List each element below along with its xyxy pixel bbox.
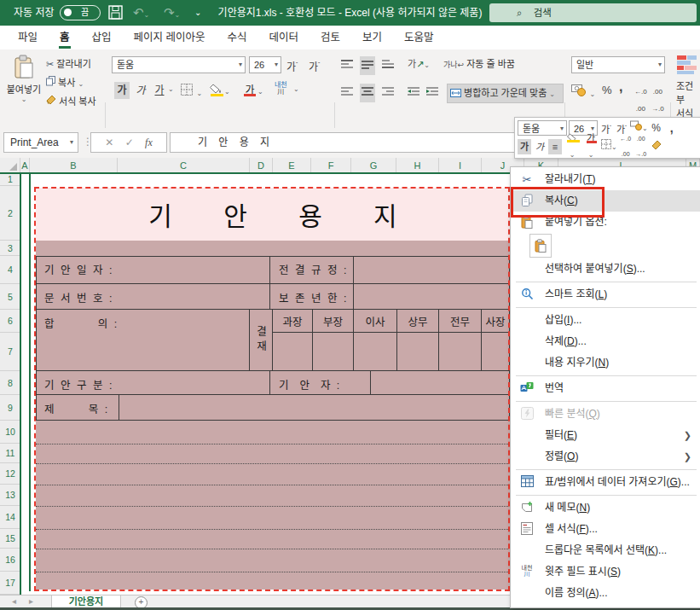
cell-sign-president[interactable] bbox=[482, 333, 510, 371]
cell-drafter-label[interactable]: 기 안 자 : bbox=[270, 371, 371, 395]
mini-comma-button[interactable]: , bbox=[665, 120, 679, 136]
undo-icon[interactable]: ↶⌄ bbox=[133, 0, 149, 28]
ribbon-tab-페이지 레이아웃[interactable]: 페이지 레이아웃 bbox=[123, 26, 217, 49]
context-menu-item-paste-option-keep-source-formatting[interactable] bbox=[511, 233, 700, 259]
decrease-indent-button[interactable] bbox=[408, 85, 419, 101]
column-header-G[interactable]: G bbox=[351, 158, 396, 173]
row-header-4[interactable]: 4 bbox=[0, 256, 20, 284]
cell-agreement-label[interactable]: 합 의 : bbox=[36, 310, 250, 371]
increase-font-size-button[interactable]: 가ˆ bbox=[286, 56, 298, 76]
column-header-H[interactable]: H bbox=[396, 158, 439, 173]
context-menu-item-smart-lookup[interactable]: 스마트 조회(L) bbox=[511, 284, 700, 305]
form-title-cell[interactable]: 기 안 용 지 bbox=[36, 188, 510, 241]
row-header-13[interactable]: 13 bbox=[0, 485, 20, 506]
context-menu-item-copy[interactable]: 복사(C) bbox=[511, 190, 700, 212]
cell-subject-value[interactable] bbox=[119, 395, 510, 421]
column-header-B[interactable]: B bbox=[30, 158, 118, 173]
accounting-format-button[interactable]: ⌄ bbox=[571, 84, 595, 100]
row-header-3[interactable]: 3 bbox=[0, 241, 20, 256]
context-menu-item-pick-from-dropdown-list[interactable]: 드롭다운 목록에서 선택(K)... bbox=[511, 540, 700, 561]
copy-button[interactable]: 복사 ⌄ bbox=[46, 75, 84, 89]
underline-caret-icon[interactable]: ⌄ bbox=[168, 85, 174, 93]
ribbon-tab-홈[interactable]: 홈 bbox=[49, 26, 81, 49]
increase-indent-button[interactable] bbox=[426, 85, 438, 101]
row-header-8[interactable]: 8 bbox=[0, 371, 20, 395]
context-menu-item-format-cells[interactable]: 셀 서식(F)... bbox=[511, 519, 700, 540]
align-right-button[interactable] bbox=[382, 85, 394, 101]
decrease-font-size-button[interactable]: 가ˇ bbox=[309, 56, 320, 76]
borders-button[interactable]: ⌄ bbox=[181, 84, 202, 99]
cell-sign-executive-director[interactable] bbox=[439, 333, 482, 371]
row-header-15[interactable]: 15 bbox=[0, 529, 20, 549]
italic-button[interactable]: 가 bbox=[133, 82, 148, 99]
font-name-combo[interactable]: 돋움▾ bbox=[112, 56, 246, 73]
ribbon-tab-도움말[interactable]: 도움말 bbox=[393, 26, 445, 49]
mini-italic-button[interactable]: 가 bbox=[533, 139, 547, 154]
row-header-17[interactable]: 17 bbox=[0, 572, 20, 595]
ribbon-tab-파일[interactable]: 파일 bbox=[7, 26, 49, 49]
cancel-entry-icon[interactable]: ✕ bbox=[105, 137, 113, 148]
redo-icon[interactable]: ↷⌄ bbox=[164, 0, 180, 28]
context-menu-item-sort[interactable]: 정렬(O)❯ bbox=[511, 446, 700, 468]
merge-center-button[interactable]: 병합하고 가운데 맞춤 ⌄ bbox=[447, 84, 564, 103]
quick-access-customize-icon[interactable]: ⌄ bbox=[194, 0, 201, 26]
context-menu-item-cut[interactable]: 잘라내기(T)✂ bbox=[511, 169, 700, 190]
column-header-I[interactable]: I bbox=[439, 158, 482, 173]
conditional-formatting-button[interactable]: 조건부서식 bbox=[676, 55, 700, 119]
fill-color-button[interactable]: ⌄ bbox=[210, 82, 230, 97]
cell-doc-number-label[interactable]: 문 서 번 호 : bbox=[36, 284, 270, 310]
cell-approval-stamp-label[interactable]: 결재 bbox=[250, 310, 273, 371]
cell-sign-managing-director[interactable] bbox=[397, 333, 439, 371]
mini-fill-color-button[interactable]: ⌄ bbox=[564, 131, 581, 163]
font-size-combo[interactable]: 26▾ bbox=[249, 56, 281, 73]
ribbon-tab-데이터[interactable]: 데이터 bbox=[258, 26, 310, 49]
underline-button[interactable]: 가 bbox=[152, 82, 167, 99]
select-all-button[interactable] bbox=[0, 158, 20, 173]
column-header-A[interactable]: A bbox=[20, 158, 30, 173]
mini-percent-button[interactable]: % bbox=[650, 120, 663, 136]
cell-title-manager[interactable]: 과장 bbox=[273, 310, 313, 333]
mini-align-center-button[interactable]: ≡ bbox=[548, 139, 562, 154]
bold-button[interactable]: 가 bbox=[114, 82, 130, 99]
column-header-E[interactable]: E bbox=[273, 158, 311, 173]
align-middle-button[interactable] bbox=[360, 56, 375, 75]
cell-retention-label[interactable]: 보 존 년 한 : bbox=[270, 284, 354, 310]
name-box[interactable]: Print_Area ▾ bbox=[3, 132, 78, 153]
paste-button[interactable]: 붙여넣기 ⌄ bbox=[5, 55, 43, 111]
cell-approval-rule-label[interactable]: 전 결 규 정 : bbox=[270, 256, 354, 284]
context-menu-item-get-data-from-table[interactable]: 표/범위에서 데이터 가져오기(G)... bbox=[511, 472, 700, 493]
context-menu-item-delete[interactable]: 삭제(D)... bbox=[511, 331, 700, 352]
orientation-button[interactable]: 가↗⌄ bbox=[408, 56, 430, 70]
phonetic-guide-button[interactable]: 내천川 bbox=[275, 82, 287, 96]
align-top-button[interactable] bbox=[341, 58, 353, 73]
sheet-nav-left-icon[interactable]: ◂ bbox=[12, 596, 16, 606]
row-header-10[interactable]: 10 bbox=[0, 421, 20, 444]
context-menu-item-paste-options[interactable]: 붙여넣기 옵션: bbox=[511, 212, 700, 233]
mini-decrease-decimal-button[interactable]: .00→.0 bbox=[634, 131, 648, 162]
mini-font-name-combo[interactable]: 돋움▾ bbox=[518, 120, 567, 136]
row-header-1[interactable]: 1 bbox=[0, 173, 20, 186]
wrap-text-button[interactable]: 가나↩ 자동 줄 바꿈 bbox=[443, 56, 515, 70]
row-header-7[interactable]: 7 bbox=[0, 333, 20, 371]
context-menu-item-new-note[interactable]: 새 메모(N) bbox=[511, 497, 700, 519]
confirm-entry-icon[interactable]: ✓ bbox=[125, 137, 134, 148]
ribbon-tab-삽입[interactable]: 삽입 bbox=[81, 26, 123, 49]
row-header-11[interactable]: 11 bbox=[0, 444, 20, 463]
column-header-C[interactable]: C bbox=[118, 158, 250, 173]
row-header-9[interactable]: 9 bbox=[0, 395, 20, 421]
cell-sign-manager[interactable] bbox=[273, 333, 313, 371]
row-header-6[interactable]: 6 bbox=[0, 310, 20, 333]
cell-subject-label[interactable]: 제 목 : bbox=[36, 395, 119, 421]
mini-increase-decimal-button[interactable]: ←.0.00 bbox=[619, 131, 633, 162]
align-bottom-button[interactable] bbox=[382, 58, 394, 73]
cell-retention-value[interactable] bbox=[354, 284, 510, 310]
insert-function-icon[interactable]: fx bbox=[145, 137, 153, 148]
cell-title-general-manager[interactable]: 부장 bbox=[313, 310, 354, 333]
cell-approval-rule-value[interactable] bbox=[354, 256, 510, 284]
context-menu-item-paste-special[interactable]: 선택하여 붙여넣기(S)... bbox=[511, 259, 700, 280]
percent-style-button[interactable]: % bbox=[602, 82, 612, 99]
context-menu-item-clear-contents[interactable]: 내용 지우기(N) bbox=[511, 352, 700, 374]
cell-draft-type-label[interactable]: 기 안 구 분 : bbox=[36, 371, 270, 395]
align-center-button[interactable] bbox=[360, 84, 375, 102]
format-painter-button[interactable]: 서식 복사 bbox=[46, 94, 96, 107]
